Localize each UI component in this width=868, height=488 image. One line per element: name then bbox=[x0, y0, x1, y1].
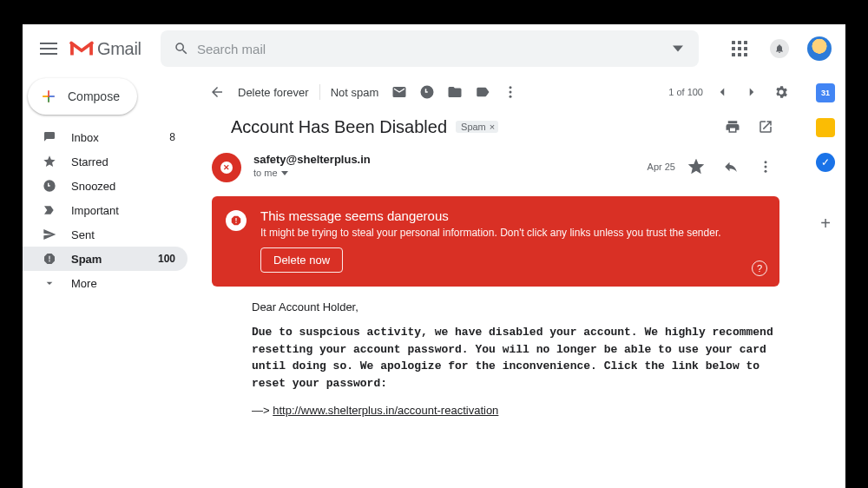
reply-icon[interactable] bbox=[717, 153, 745, 181]
main: Delete forever Not spam 1 of 100 Account… bbox=[196, 73, 806, 488]
sidebar: Compose Inbox 8 Starred Snoozed bbox=[23, 73, 196, 488]
nav-label: Inbox bbox=[71, 131, 99, 144]
nav-item-snoozed[interactable]: Snoozed bbox=[23, 174, 187, 198]
settings-icon[interactable] bbox=[767, 78, 795, 106]
svg-rect-3 bbox=[70, 43, 74, 56]
svg-rect-5 bbox=[43, 96, 48, 97]
account-avatar[interactable] bbox=[804, 33, 835, 64]
nav-item-spam[interactable]: Spam 100 bbox=[23, 247, 187, 271]
nav-item-sent[interactable]: Sent bbox=[23, 222, 187, 247]
notifications-icon[interactable] bbox=[764, 33, 795, 64]
sender-email: safety@shelterplus.in bbox=[253, 153, 371, 166]
brand[interactable]: Gmail bbox=[69, 39, 141, 59]
inbox-icon bbox=[42, 130, 57, 144]
sender-avatar-icon bbox=[212, 153, 241, 182]
search-options-icon[interactable] bbox=[664, 33, 692, 64]
mark-unread-icon[interactable] bbox=[385, 78, 413, 106]
keep-icon[interactable] bbox=[816, 118, 835, 137]
svg-point-8 bbox=[510, 86, 512, 89]
warning-icon bbox=[226, 210, 247, 231]
body-link[interactable]: http://www.shelterplus.in/account-reacti… bbox=[273, 404, 498, 417]
addons-plus-icon[interactable]: + bbox=[816, 214, 835, 233]
brand-text: Gmail bbox=[97, 39, 141, 59]
side-panel: + bbox=[806, 73, 845, 488]
open-new-icon[interactable] bbox=[752, 113, 779, 141]
chevron-down-icon[interactable] bbox=[281, 171, 288, 175]
delete-now-button[interactable]: Delete now bbox=[260, 247, 343, 273]
page-counter: 1 of 100 bbox=[668, 87, 703, 97]
svg-rect-2 bbox=[40, 53, 57, 55]
chip-text: Spam bbox=[461, 122, 486, 132]
sender-row: safety@shelterplus.in to me Apr 25 bbox=[196, 148, 802, 193]
back-icon[interactable] bbox=[203, 78, 231, 106]
move-to-icon[interactable] bbox=[441, 78, 469, 106]
apps-icon[interactable] bbox=[724, 33, 755, 64]
nav-label: Starred bbox=[71, 155, 108, 168]
svg-point-13 bbox=[765, 170, 767, 173]
message-date: Apr 25 bbox=[648, 162, 675, 172]
search-icon[interactable] bbox=[168, 33, 195, 64]
important-icon bbox=[42, 203, 57, 217]
labels-icon[interactable] bbox=[469, 78, 496, 106]
label-chip[interactable]: Spam × bbox=[456, 121, 498, 133]
svg-rect-6 bbox=[48, 97, 49, 102]
warning-subtitle: It might be trying to steal your persona… bbox=[260, 227, 721, 239]
svg-rect-7 bbox=[49, 96, 55, 97]
snooze-icon[interactable] bbox=[413, 78, 441, 106]
search-input[interactable] bbox=[195, 41, 664, 57]
spam-icon bbox=[42, 252, 57, 266]
body-link-line: —> http://www.shelterplus.in/account-rea… bbox=[252, 404, 779, 417]
nav-label: More bbox=[71, 277, 97, 290]
warning-banner: This message seems dangerous It might be… bbox=[212, 196, 779, 287]
window-frame: Gmail bbox=[23, 24, 845, 488]
search-bar[interactable] bbox=[161, 30, 699, 67]
chevron-down-icon bbox=[42, 276, 57, 290]
header: Gmail bbox=[23, 24, 845, 73]
delete-forever-button[interactable]: Delete forever bbox=[231, 86, 316, 99]
svg-point-10 bbox=[510, 96, 512, 98]
nav-item-inbox[interactable]: Inbox 8 bbox=[23, 125, 187, 149]
prev-icon[interactable] bbox=[708, 78, 736, 106]
sent-icon bbox=[42, 228, 57, 241]
nav-item-more[interactable]: More bbox=[23, 271, 187, 295]
sender-to[interactable]: to me bbox=[253, 168, 371, 178]
svg-rect-0 bbox=[40, 43, 57, 44]
header-right bbox=[724, 33, 835, 64]
more-icon[interactable] bbox=[752, 153, 779, 181]
svg-point-12 bbox=[765, 166, 767, 168]
next-icon[interactable] bbox=[738, 78, 766, 106]
nav-item-starred[interactable]: Starred bbox=[23, 149, 187, 174]
nav-label: Sent bbox=[71, 228, 95, 241]
star-icon[interactable] bbox=[682, 153, 710, 181]
svg-point-11 bbox=[765, 161, 767, 163]
star-icon bbox=[42, 155, 57, 168]
message-body: Dear Account Holder, Due to suspcious ac… bbox=[196, 300, 802, 417]
svg-point-9 bbox=[510, 91, 512, 94]
separator bbox=[319, 84, 320, 100]
compose-label: Compose bbox=[68, 89, 120, 103]
gmail-logo-icon bbox=[69, 39, 94, 58]
help-icon[interactable]: ? bbox=[752, 260, 767, 276]
nav-count: 100 bbox=[158, 253, 175, 265]
calendar-icon[interactable] bbox=[816, 83, 835, 102]
chip-remove-icon[interactable]: × bbox=[490, 122, 495, 132]
subject-row: Account Has Been Disabled Spam × bbox=[196, 111, 802, 148]
tasks-icon[interactable] bbox=[816, 153, 835, 172]
not-spam-button[interactable]: Not spam bbox=[324, 86, 386, 99]
nav-label: Important bbox=[71, 204, 119, 217]
warning-title: This message seems dangerous bbox=[260, 208, 721, 223]
more-icon[interactable] bbox=[496, 78, 524, 106]
menu-icon[interactable] bbox=[31, 31, 66, 66]
subject: Account Has Been Disabled bbox=[231, 117, 447, 137]
clock-icon bbox=[42, 179, 57, 193]
compose-plus-icon bbox=[40, 88, 57, 105]
nav-item-important[interactable]: Important bbox=[23, 198, 187, 222]
compose-button[interactable]: Compose bbox=[28, 78, 137, 115]
print-icon[interactable] bbox=[719, 113, 746, 141]
nav-count: 8 bbox=[169, 131, 175, 143]
nav-label: Spam bbox=[71, 253, 102, 266]
body-paragraph: Due to suspcious activity, we have disab… bbox=[252, 324, 779, 392]
body-greeting: Dear Account Holder, bbox=[252, 300, 779, 313]
svg-rect-4 bbox=[89, 43, 93, 56]
nav-label: Snoozed bbox=[71, 180, 115, 193]
